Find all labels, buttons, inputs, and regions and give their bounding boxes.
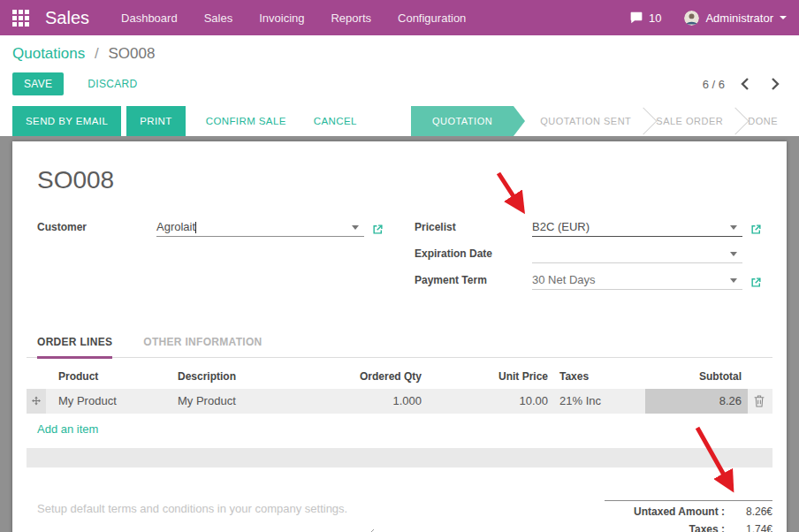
cell-ordered-qty[interactable]: 1.000 xyxy=(323,389,422,414)
untaxed-amount-value: 8.26€ xyxy=(725,505,772,518)
customer-external-link-icon[interactable] xyxy=(372,224,384,235)
form-fields: Customer Agrolait Pricelist B2C (EUR xyxy=(27,218,772,298)
terms-placeholder: Setup default terms and conditions in yo… xyxy=(37,502,347,515)
cancel-button[interactable]: CANCEL xyxy=(301,106,369,136)
payment-term-dropdown-caret-icon[interactable] xyxy=(730,278,737,283)
terms-textarea[interactable]: Setup default terms and conditions in yo… xyxy=(37,500,376,532)
print-button[interactable]: PRINT xyxy=(126,106,186,136)
notebook-tabs: ORDER LINES OTHER INFORMATION xyxy=(27,336,772,358)
cell-description[interactable]: My Product xyxy=(174,389,323,414)
app-brand[interactable]: Sales xyxy=(45,8,89,28)
customer-label: Customer xyxy=(37,221,156,237)
send-by-email-button[interactable]: SEND BY EMAIL xyxy=(12,106,121,136)
tab-order-lines[interactable]: ORDER LINES xyxy=(37,336,112,359)
breadcrumb-quotations[interactable]: Quotations xyxy=(12,45,85,62)
text-cursor xyxy=(195,222,196,233)
expiration-date-caret-icon[interactable] xyxy=(730,252,737,256)
status-step-quotation[interactable]: QUOTATION xyxy=(411,106,514,136)
pager-value: 6 / 6 xyxy=(703,78,725,91)
cell-taxes[interactable]: 21% Inc xyxy=(548,389,645,414)
delete-row-trash-icon[interactable] xyxy=(748,389,771,414)
cell-product[interactable]: My Product xyxy=(46,389,174,414)
nav-item-configuration[interactable]: Configuration xyxy=(398,11,466,25)
customer-dropdown-caret-icon[interactable] xyxy=(352,225,359,230)
order-lines-table: Product Description Ordered Qty Unit Pri… xyxy=(27,366,772,437)
nav-item-dashboard[interactable]: Dashboard xyxy=(121,11,178,25)
pager-previous-icon[interactable] xyxy=(734,78,756,90)
table-row[interactable]: My Product My Product 1.000 10.00 21% In… xyxy=(27,389,772,414)
col-product: Product xyxy=(46,370,174,383)
col-subtotal: Subtotal xyxy=(645,370,748,383)
chat-bubble-icon xyxy=(629,11,643,24)
payment-term-input[interactable]: 30 Net Days xyxy=(532,272,742,290)
col-taxes: Taxes xyxy=(548,370,645,383)
pricelist-input[interactable]: B2C (EUR) xyxy=(532,219,742,237)
cell-subtotal: 8.26 xyxy=(645,389,748,414)
pricelist-label: Pricelist xyxy=(415,221,532,237)
add-an-item-link[interactable]: Add an item xyxy=(37,422,98,436)
empty-notes-bar[interactable] xyxy=(27,448,772,467)
col-description: Description xyxy=(174,370,323,383)
col-ordered-qty: Ordered Qty xyxy=(323,370,422,383)
top-navbar: Sales Dashboard Sales Invoicing Reports … xyxy=(0,0,799,35)
form-group-right: Pricelist B2C (EUR) Expiration Date xyxy=(415,218,762,298)
payment-term-row: Payment Term 30 Net Days xyxy=(415,271,762,290)
apps-grid-icon[interactable] xyxy=(12,10,29,27)
user-menu-caret-icon[interactable] xyxy=(780,16,787,19)
tab-other-information[interactable]: OTHER INFORMATION xyxy=(143,336,262,357)
confirm-sale-button[interactable]: CONFIRM SALE xyxy=(194,106,299,136)
user-name[interactable]: Administrator xyxy=(705,11,773,25)
breadcrumb-separator: / xyxy=(95,45,99,62)
nav-item-invoicing[interactable]: Invoicing xyxy=(259,11,304,25)
totals-box: Untaxed Amount : 8.26€ Taxes : 1.74€ Tot… xyxy=(605,500,772,532)
breadcrumb-current: SO008 xyxy=(108,45,155,62)
order-reference-title: SO008 xyxy=(37,166,772,194)
pricelist-dropdown-caret-icon[interactable] xyxy=(730,225,737,230)
control-panel: Quotations / SO008 SAVE DISCARD 6 / 6 SE… xyxy=(0,35,799,136)
messages-count: 10 xyxy=(649,11,661,25)
taxes-value: 1.74€ xyxy=(725,523,772,532)
untaxed-amount-label: Untaxed Amount : xyxy=(634,505,725,518)
form-group-left: Customer Agrolait xyxy=(37,218,384,298)
payment-term-label: Payment Term xyxy=(415,274,532,290)
cell-unit-price[interactable]: 10.00 xyxy=(422,389,548,414)
sheet-bottom: Setup default terms and conditions in yo… xyxy=(27,500,772,532)
pricelist-external-link-icon[interactable] xyxy=(750,224,762,235)
expiration-date-row: Expiration Date xyxy=(415,245,762,263)
nav-item-sales[interactable]: Sales xyxy=(204,11,233,25)
taxes-row: Taxes : 1.74€ xyxy=(605,521,772,532)
taxes-label: Taxes : xyxy=(689,523,725,532)
discard-button[interactable]: DISCARD xyxy=(88,78,137,90)
nav-right: 10 Administrator xyxy=(629,11,787,26)
pager-next-icon[interactable] xyxy=(765,78,787,90)
row-drag-handle[interactable] xyxy=(27,389,46,414)
control-row: SAVE DISCARD 6 / 6 xyxy=(12,72,787,95)
statusbar: QUOTATION QUOTATION SENT SALE ORDER DONE xyxy=(411,106,787,136)
untaxed-amount-row: Untaxed Amount : 8.26€ xyxy=(605,503,772,521)
pricelist-row: Pricelist B2C (EUR) xyxy=(415,218,762,237)
resize-grip-icon[interactable] xyxy=(367,528,375,532)
customer-input[interactable]: Agrolait xyxy=(156,219,364,237)
messages-menu[interactable]: 10 xyxy=(629,11,661,25)
save-button[interactable]: SAVE xyxy=(12,72,64,95)
breadcrumb: Quotations / SO008 xyxy=(12,45,787,63)
user-avatar[interactable] xyxy=(684,11,699,26)
payment-term-external-link-icon[interactable] xyxy=(750,277,762,288)
status-step-quotation-sent[interactable]: QUOTATION SENT xyxy=(528,106,643,136)
status-step-done[interactable]: DONE xyxy=(735,106,787,136)
nav-menu: Dashboard Sales Invoicing Reports Config… xyxy=(121,11,466,25)
customer-row: Customer Agrolait xyxy=(37,218,384,237)
expiration-date-label: Expiration Date xyxy=(415,247,532,263)
table-header: Product Description Ordered Qty Unit Pri… xyxy=(27,366,772,389)
pager: 6 / 6 xyxy=(703,78,787,91)
nav-item-reports[interactable]: Reports xyxy=(331,11,371,25)
form-sheet: SO008 Customer Agrolait Pricelist xyxy=(12,141,787,532)
col-unit-price: Unit Price xyxy=(422,370,548,383)
expiration-date-input[interactable] xyxy=(532,246,742,263)
action-bar: SEND BY EMAIL PRINT CONFIRM SALE CANCEL … xyxy=(12,106,787,136)
